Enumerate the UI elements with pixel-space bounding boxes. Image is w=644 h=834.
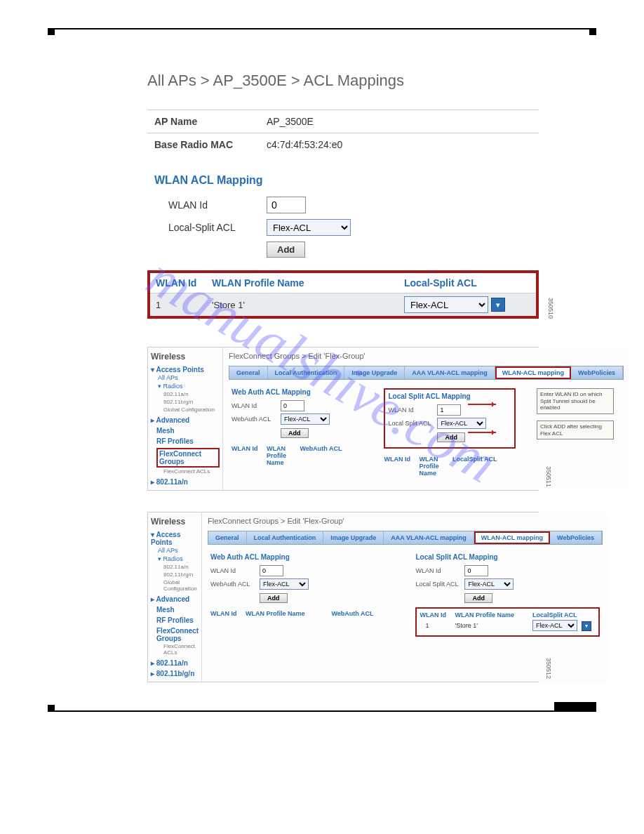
tab-wlan-acl[interactable]: WLAN-ACL mapping xyxy=(474,531,550,544)
figure-number: 350510 xyxy=(547,298,554,319)
ls-acl-label: Local Split ACL xyxy=(388,420,437,427)
tab-general[interactable]: General xyxy=(229,366,268,379)
sidebar-flexconnect-groups[interactable]: FlexConnect Groups xyxy=(156,627,199,642)
callout-add: Click ADD after selecting Flex ACL xyxy=(537,421,614,439)
tab-image-upgrade[interactable]: Image Upgrade xyxy=(323,531,384,544)
sidebar-mesh[interactable]: Mesh xyxy=(156,427,220,435)
th-local-split-acl: Local-Split ACL xyxy=(404,277,530,289)
th-wa-name: WLAN Profile Name xyxy=(267,445,300,466)
sidebar-advanced[interactable]: ▸ Advanced xyxy=(151,416,220,424)
webauth-add-button[interactable]: Add xyxy=(260,593,288,603)
sidebar-mesh[interactable]: Mesh xyxy=(156,606,199,614)
local-split-acl-select[interactable]: Flex-ACL xyxy=(267,219,351,236)
row-action-icon[interactable]: ▾ xyxy=(582,621,591,631)
th-wa-name: WLAN Profile Name xyxy=(246,610,331,617)
webauth-wlan-id-input[interactable] xyxy=(281,400,304,411)
webauth-wlan-id-input[interactable] xyxy=(260,565,283,576)
td-ls-name: 'Store 1' xyxy=(455,622,532,629)
ap-name-row: AP Name AP_3500E xyxy=(147,110,539,133)
row-acl-select[interactable]: Flex-ACL xyxy=(532,620,577,631)
sidebar-802-11a[interactable]: ▸ 802.11a/n xyxy=(151,478,220,486)
th-ls-name: WLAN Profile Name xyxy=(455,611,532,618)
sidebar-rf-profiles[interactable]: RF Profiles xyxy=(156,437,220,445)
sidebar-802-11a[interactable]: ▸ 802.11a/n xyxy=(151,659,199,667)
sidebar-flexconnect-acls[interactable]: FlexConnect ACLs xyxy=(163,468,220,475)
webauth-acl-label: WebAuth ACL xyxy=(210,581,260,588)
th-wlan-id: WLAN Id xyxy=(156,277,212,289)
tab-local-auth[interactable]: Local Authentication xyxy=(247,531,324,544)
sidebar-flexconnect-groups[interactable]: FlexConnect Groups xyxy=(156,448,220,468)
table-row: 1 'Store 1' Flex-ACL ▾ xyxy=(420,618,595,633)
sidebar-access-points[interactable]: ▾ Access Points xyxy=(151,366,220,373)
flexconnect-panel-2: Wireless ▾ Access Points All APs ▾ Radio… xyxy=(147,347,539,491)
sidebar-radio-a[interactable]: 802.11a/n xyxy=(163,563,199,571)
local-split-acl-label: Local-Split ACL xyxy=(168,222,267,233)
flexconnect-panel-3: Wireless ▾ Access Points All APs ▾ Radio… xyxy=(147,512,539,682)
th-wa-acl: WebAuth ACL xyxy=(331,610,394,617)
sidebar-global-config[interactable]: Global Configuration xyxy=(163,406,220,413)
ls-wlan-id-input[interactable] xyxy=(464,565,488,576)
th-wa-id: WLAN Id xyxy=(210,610,246,617)
ls-acl-select[interactable]: Flex-ACL xyxy=(437,418,486,429)
th-ls-name: WLAN Profile Name xyxy=(419,456,452,477)
wlan-acl-mapping-heading: WLAN ACL Mapping xyxy=(154,174,539,187)
ls-acl-label: Local Split ACL xyxy=(415,581,464,588)
webauth-wlan-id-label: WLAN Id xyxy=(210,567,260,574)
ls-add-button[interactable]: Add xyxy=(437,432,465,442)
wlan-id-input[interactable] xyxy=(267,197,306,213)
th-ls-acl: LocalSplit ACL xyxy=(452,456,516,477)
ls-wlan-id-input[interactable] xyxy=(437,404,461,416)
sidebar-radio-b[interactable]: 802.11b/g/n xyxy=(163,571,199,578)
add-button[interactable]: Add xyxy=(267,241,305,258)
sidebar-title: Wireless xyxy=(151,352,220,362)
tab-aaa-vlan-acl[interactable]: AAA VLAN-ACL mapping xyxy=(384,531,474,544)
sidebar-flexconnect-acls[interactable]: FlexConnect ACLs xyxy=(163,642,199,656)
webauth-add-button[interactable]: Add xyxy=(281,428,309,438)
sidebar-radio-b[interactable]: 802.11b/g/n xyxy=(163,398,220,406)
ls-acl-select[interactable]: Flex-ACL xyxy=(464,578,514,590)
sidebar-global-config[interactable]: Global Configuration xyxy=(163,578,199,593)
base-radio-mac-row: Base Radio MAC c4:7d:4f:53:24:e0 xyxy=(147,133,539,156)
panel-breadcrumb: FlexConnect Groups > Edit 'Flex-Group' xyxy=(229,352,624,360)
ls-wlan-id-label: WLAN Id xyxy=(388,406,437,413)
localsplit-col: Local Split ACL Mapping WLAN Id Local Sp… xyxy=(384,388,515,477)
acl-mappings-screenshot: All APs > AP_3500E > ACL Mappings AP Nam… xyxy=(147,72,539,319)
sidebar-rf-profiles[interactable]: RF Profiles xyxy=(156,616,199,624)
webauth-acl-label: WebAuth ACL xyxy=(232,416,281,423)
sidebar: Wireless ▾ Access Points All APs ▾ Radio… xyxy=(148,512,202,682)
figure-number: 350511 xyxy=(545,466,552,487)
tab-aaa-vlan-acl[interactable]: AAA VLAN-ACL mapping xyxy=(405,366,495,379)
arrow-icon xyxy=(468,404,496,405)
tab-bar: General Local Authentication Image Upgra… xyxy=(208,531,603,545)
webauth-acl-select[interactable]: Flex-ACL xyxy=(260,578,309,590)
localsplit-title: Local Split ACL Mapping xyxy=(415,553,599,561)
tab-local-auth[interactable]: Local Authentication xyxy=(268,366,345,379)
sidebar-radios[interactable]: ▾ Radios xyxy=(158,555,199,563)
sidebar-access-points[interactable]: ▾ Access Points xyxy=(151,531,199,546)
row-action-icon[interactable]: ▾ xyxy=(491,298,505,312)
th-profile-name: WLAN Profile Name xyxy=(212,277,404,289)
wlan-id-label: WLAN Id xyxy=(168,199,267,211)
webauth-wlan-id-label: WLAN Id xyxy=(232,402,281,409)
sidebar-all-aps[interactable]: All APs xyxy=(158,546,199,555)
webauth-acl-select[interactable]: Flex-ACL xyxy=(281,413,330,425)
tab-general[interactable]: General xyxy=(208,531,247,544)
sidebar-radio-a[interactable]: 802.11a/n xyxy=(163,390,220,398)
row-acl-select[interactable]: Flex-ACL xyxy=(404,296,488,313)
tab-webpolicies[interactable]: WebPolicies xyxy=(571,366,623,379)
breadcrumb: All APs > AP_3500E > ACL Mappings xyxy=(147,72,539,90)
sidebar-title: Wireless xyxy=(151,517,199,527)
th-ls-acl: LocalSplit ACL xyxy=(532,611,596,618)
sidebar: Wireless ▾ Access Points All APs ▾ Radio… xyxy=(148,348,223,490)
tab-image-upgrade[interactable]: Image Upgrade xyxy=(344,366,405,379)
localsplit-col: Local Split ACL Mapping WLAN Id Local Sp… xyxy=(415,553,599,637)
tab-webpolicies[interactable]: WebPolicies xyxy=(550,531,602,544)
tab-wlan-acl[interactable]: WLAN-ACL mapping xyxy=(495,366,571,379)
webauth-title: Web Auth ACL Mapping xyxy=(210,553,394,561)
ls-wlan-id-label: WLAN Id xyxy=(415,567,464,574)
sidebar-radios[interactable]: ▾ Radios xyxy=(158,382,220,390)
sidebar-802-11b[interactable]: ▸ 802.11b/g/n xyxy=(151,670,199,677)
ls-add-button[interactable]: Add xyxy=(464,593,492,603)
sidebar-advanced[interactable]: ▸ Advanced xyxy=(151,595,199,603)
sidebar-all-aps[interactable]: All APs xyxy=(158,373,220,382)
